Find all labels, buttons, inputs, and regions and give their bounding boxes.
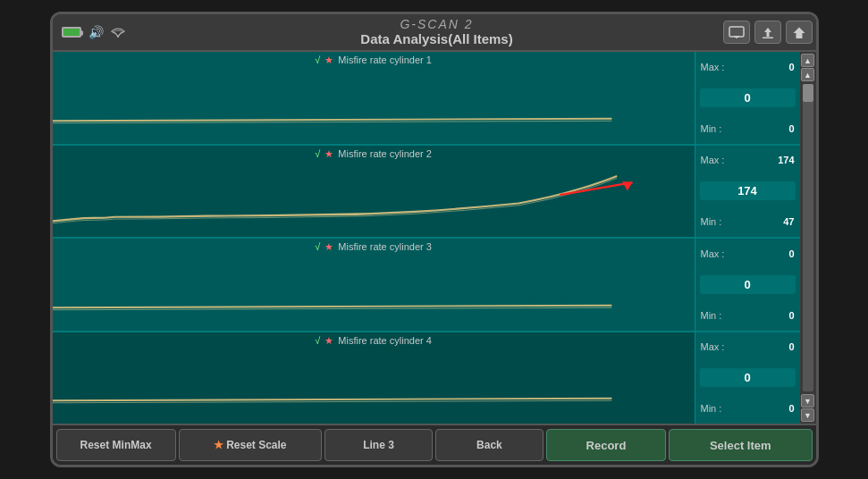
ch4-min-row: Min : 0 bbox=[695, 402, 800, 415]
ch3-max-value: 0 bbox=[788, 248, 794, 259]
ch1-stats: Max : 0 0 Min : 0 bbox=[695, 52, 800, 146]
ch3-stats: Max : 0 0 Min : 0 bbox=[695, 239, 800, 332]
scroll-down-btn[interactable]: ▼ bbox=[801, 394, 814, 408]
scroll-top-btn[interactable]: ▲ bbox=[801, 54, 814, 67]
status-left: 🔊 bbox=[62, 25, 125, 39]
channel-2-row: √ ★ Misfire rate cylinder 2 bbox=[53, 146, 695, 240]
ch3-current: 0 bbox=[700, 275, 796, 294]
stats-panel: Max : 0 0 Min : 0 Max : 174 174 Min : bbox=[695, 52, 800, 424]
ch3-min-value: 0 bbox=[788, 310, 794, 321]
check-1: √ bbox=[315, 55, 320, 65]
ch4-current: 0 bbox=[700, 368, 796, 387]
ch3-min-row: Min : 0 bbox=[695, 309, 800, 322]
star-4: ★ bbox=[324, 335, 333, 346]
channel-4-row: √ ★ Misfire rate cylinder 4 bbox=[53, 332, 695, 424]
svg-point-5 bbox=[116, 36, 118, 38]
monitor-btn[interactable] bbox=[723, 21, 750, 44]
ch2-current: 174 bbox=[700, 181, 796, 200]
ch4-max-label: Max : bbox=[701, 341, 725, 352]
ch2-min-row: Min : 47 bbox=[695, 215, 800, 228]
ch4-max-row: Max : 0 bbox=[695, 340, 800, 353]
line3-btn[interactable]: Line 3 bbox=[324, 429, 433, 461]
ch1-min-row: Min : 0 bbox=[695, 122, 800, 135]
ch1-max-row: Max : 0 bbox=[695, 61, 800, 73]
ch1-current: 0 bbox=[700, 88, 796, 107]
bottom-toolbar: Reset MinMax ★★Reset ScaleReset Scale Li… bbox=[53, 424, 816, 465]
ch2-min-value: 47 bbox=[783, 216, 794, 227]
svg-line-16 bbox=[53, 399, 611, 401]
scroll-up-btn[interactable]: ▲ bbox=[801, 68, 814, 81]
ch1-min-label: Min : bbox=[701, 123, 722, 134]
ch2-max-row: Max : 174 bbox=[695, 154, 800, 166]
channel-1-chart bbox=[53, 75, 695, 144]
svg-marker-13 bbox=[621, 181, 632, 191]
ch3-min-label: Min : bbox=[701, 310, 722, 321]
ch1-max-value: 0 bbox=[788, 62, 794, 72]
top-bar-overlay: 🔊 G-SCAN 2 Data Analysis(All Items) bbox=[53, 14, 819, 52]
star-3: ★ bbox=[324, 241, 333, 252]
upload-btn[interactable] bbox=[754, 21, 781, 44]
svg-rect-9 bbox=[763, 37, 773, 38]
main-area: √ ★ √ ★ Misfire rate cylinder 1 Misfire … bbox=[53, 52, 816, 424]
channel-2-label: √ ★ Misfire rate cylinder 2 bbox=[53, 146, 695, 160]
ch3-max-row: Max : 0 bbox=[695, 248, 800, 260]
ch4-max-value: 0 bbox=[788, 341, 794, 352]
channel-2-chart bbox=[53, 164, 695, 237]
ch2-max-value: 174 bbox=[778, 155, 794, 165]
svg-line-10 bbox=[53, 118, 611, 121]
logo-text: G-SCAN 2 bbox=[400, 17, 473, 31]
ch3-max-label: Max : bbox=[701, 248, 725, 259]
battery-icon bbox=[62, 27, 81, 38]
channel-4-chart bbox=[53, 355, 695, 424]
svg-rect-6 bbox=[729, 27, 744, 37]
check-3: √ bbox=[315, 241, 320, 252]
channel-3-label: √ ★ Misfire rate cylinder 3 bbox=[53, 239, 695, 253]
scroll-thumb[interactable] bbox=[803, 84, 813, 102]
ch4-min-label: Min : bbox=[701, 403, 722, 414]
ch2-max-label: Max : bbox=[701, 155, 725, 165]
svg-line-14 bbox=[53, 305, 611, 307]
reset-scale-btn[interactable]: ★★Reset ScaleReset Scale bbox=[179, 429, 323, 461]
scroll-bottom-btn[interactable]: ▼ bbox=[801, 408, 814, 422]
ch1-min-value: 0 bbox=[788, 123, 794, 134]
ch4-stats: Max : 0 0 Min : 0 bbox=[695, 332, 800, 424]
wifi-icon bbox=[111, 26, 125, 38]
speaker-icon: 🔊 bbox=[88, 25, 104, 39]
home-btn[interactable] bbox=[786, 21, 813, 44]
page-title-text: Data Analysis(All Items) bbox=[360, 31, 512, 46]
device-frame: 🔊 G-SCAN 2 Data Analysis(All Items) bbox=[50, 12, 819, 467]
reset-scale-star: ★ bbox=[214, 439, 223, 451]
back-btn[interactable]: Back bbox=[435, 429, 544, 461]
scrollbar: ▲ ▲ ▼ ▼ bbox=[800, 52, 816, 424]
record-btn[interactable]: Record bbox=[546, 429, 666, 461]
ch1-max-label: Max : bbox=[701, 62, 725, 72]
check-2: √ bbox=[315, 148, 320, 159]
star-1: ★ bbox=[324, 55, 333, 65]
channel-3-chart bbox=[53, 262, 695, 331]
channel-4-label: √ ★ Misfire rate cylinder 4 bbox=[53, 332, 695, 347]
ch2-min-label: Min : bbox=[701, 216, 722, 227]
select-item-btn[interactable]: Select Item bbox=[669, 429, 813, 461]
header-buttons bbox=[723, 21, 813, 44]
reset-minmax-btn[interactable]: Reset MinMax bbox=[56, 429, 176, 461]
chart-area: √ ★ √ ★ Misfire rate cylinder 1 Misfire … bbox=[53, 52, 695, 424]
channel-1-row: √ ★ √ ★ Misfire rate cylinder 1 Misfire … bbox=[53, 52, 695, 146]
star-2: ★ bbox=[324, 148, 333, 159]
channel-3-row: √ ★ Misfire rate cylinder 3 bbox=[53, 239, 695, 332]
scroll-track bbox=[803, 84, 813, 391]
check-4: √ bbox=[315, 335, 320, 346]
channel-1-label: √ ★ √ ★ Misfire rate cylinder 1 Misfire … bbox=[53, 52, 695, 66]
ch2-stats: Max : 174 174 Min : 47 bbox=[695, 146, 800, 240]
ch4-min-value: 0 bbox=[788, 403, 794, 414]
